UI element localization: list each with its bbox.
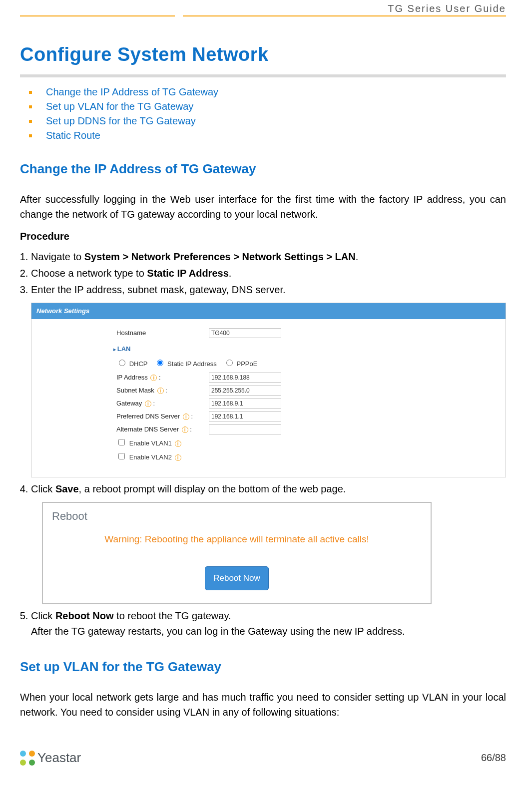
info-icon: i xyxy=(183,413,189,420)
bullet-icon xyxy=(29,120,32,123)
header-rule-left xyxy=(20,7,175,16)
section-heading-vlan: Set up VLAN for the TG Gateway xyxy=(20,659,506,675)
step-4: Click Save, a reboot prompt will display… xyxy=(31,481,506,605)
page-footer: Yeastar 66/88 xyxy=(20,747,506,766)
reboot-warning: Warning: Rebooting the appliance will te… xyxy=(52,532,422,546)
section2-intro: When your local network gets large and h… xyxy=(20,690,506,720)
gateway-input[interactable] xyxy=(209,399,281,408)
step1-post: . xyxy=(356,251,359,262)
dns2-input[interactable] xyxy=(209,424,281,434)
vlan1-label: Enable VLAN1 xyxy=(129,439,172,447)
mask-input[interactable] xyxy=(209,386,281,396)
step2-pre: Choose a network type to xyxy=(31,268,147,279)
ns-panel-title: Network Settings xyxy=(31,303,506,319)
vlan2-checkbox[interactable]: Enable VLAN2 i xyxy=(116,451,181,462)
bullet-icon xyxy=(29,134,32,137)
toc-item: Set up DDNS for the TG Gateway xyxy=(20,115,506,127)
step-3: Enter the IP address, subnet mask, gatew… xyxy=(31,282,506,477)
dns2-label: Alternate DNS Server xyxy=(116,425,179,433)
step5-after: After the TG gateway restarts, you can l… xyxy=(31,624,506,639)
lan-section-label: LAN xyxy=(113,344,496,354)
step5-bold: Reboot Now xyxy=(55,610,114,621)
step4-bold: Save xyxy=(55,483,79,494)
step5-post: to reboot the TG gateway. xyxy=(114,610,231,621)
guide-title: TG Series User Guide xyxy=(183,3,506,16)
reboot-title: Reboot xyxy=(52,508,422,525)
step3-text: Enter the IP address, subnet mask, gatew… xyxy=(31,284,286,295)
table-of-contents: Change the IP Address of TG Gateway Set … xyxy=(20,86,506,141)
reboot-screenshot: Reboot Warning: Rebooting the appliance … xyxy=(42,502,432,605)
info-icon: i xyxy=(150,375,157,381)
page-header: TG Series User Guide xyxy=(20,3,506,16)
reboot-now-button[interactable]: Reboot Now xyxy=(205,566,269,590)
page-number: 66/88 xyxy=(481,752,506,764)
radio-static-label: Static IP Address xyxy=(167,360,217,368)
step-1: Navigate to System > Network Preferences… xyxy=(31,249,506,265)
toc-item: Set up VLAN for the TG Gateway xyxy=(20,101,506,112)
toc-item: Change the IP Address of TG Gateway xyxy=(20,86,506,98)
brand-name: Yeastar xyxy=(37,750,81,766)
section-heading-change-ip: Change the IP Address of TG Gateway xyxy=(20,161,506,177)
radio-dhcp-label: DHCP xyxy=(129,360,148,368)
hostname-input[interactable] xyxy=(209,328,281,338)
vlan2-label: Enable VLAN2 xyxy=(129,453,172,461)
step5-pre: Click xyxy=(31,610,55,621)
step4-post: , a reboot prompt will display on the bo… xyxy=(79,483,346,494)
radio-dhcp[interactable]: DHCP xyxy=(116,358,147,369)
dns1-input[interactable] xyxy=(209,411,281,421)
radio-pppoe[interactable]: PPPoE xyxy=(224,358,258,369)
step2-post: . xyxy=(229,268,232,279)
dns1-label: Preferred DNS Server xyxy=(116,412,180,420)
procedure-steps: Navigate to System > Network Preferences… xyxy=(20,249,506,639)
toc-item: Static Route xyxy=(20,130,506,141)
ip-input[interactable] xyxy=(209,373,281,383)
page-title: Configure System Network xyxy=(20,44,506,65)
info-icon: i xyxy=(182,426,188,433)
title-underline xyxy=(20,74,506,77)
procedure-label: Procedure xyxy=(20,231,506,242)
step4-pre: Click xyxy=(31,483,55,494)
info-icon: i xyxy=(157,388,164,394)
toc-link-vlan[interactable]: Set up VLAN for the TG Gateway xyxy=(46,101,193,112)
brand-logo: Yeastar xyxy=(20,750,81,766)
mask-label: Subnet Mask xyxy=(116,387,154,394)
vlan1-checkbox[interactable]: Enable VLAN1 i xyxy=(116,437,181,448)
toc-link-ddns[interactable]: Set up DDNS for the TG Gateway xyxy=(46,115,196,127)
step-5: Click Reboot Now to reboot the TG gatewa… xyxy=(31,608,506,639)
section1-intro: After successfully logging in the Web us… xyxy=(20,192,506,222)
step-2: Choose a network type to Static IP Addre… xyxy=(31,266,506,281)
toc-link-static-route[interactable]: Static Route xyxy=(46,130,100,141)
info-icon: i xyxy=(175,440,181,447)
hostname-label: Hostname xyxy=(116,328,209,338)
radio-pppoe-label: PPPoE xyxy=(236,360,257,368)
bullet-icon xyxy=(29,91,32,94)
gateway-label: Gateway xyxy=(116,400,142,407)
logo-icon xyxy=(20,751,35,766)
toc-link-change-ip[interactable]: Change the IP Address of TG Gateway xyxy=(46,86,218,98)
step1-bold: System > Network Preferences > Network S… xyxy=(84,251,356,262)
ip-label: IP Address xyxy=(116,374,148,381)
bullet-icon xyxy=(29,105,32,108)
step1-pre: Navigate to xyxy=(31,251,84,262)
network-settings-screenshot: Network Settings Hostname LAN DHCP Stati… xyxy=(31,303,506,477)
info-icon: i xyxy=(145,401,151,407)
step2-bold: Static IP Address xyxy=(147,268,228,279)
radio-static[interactable]: Static IP Address xyxy=(154,358,216,369)
info-icon: i xyxy=(175,454,181,461)
